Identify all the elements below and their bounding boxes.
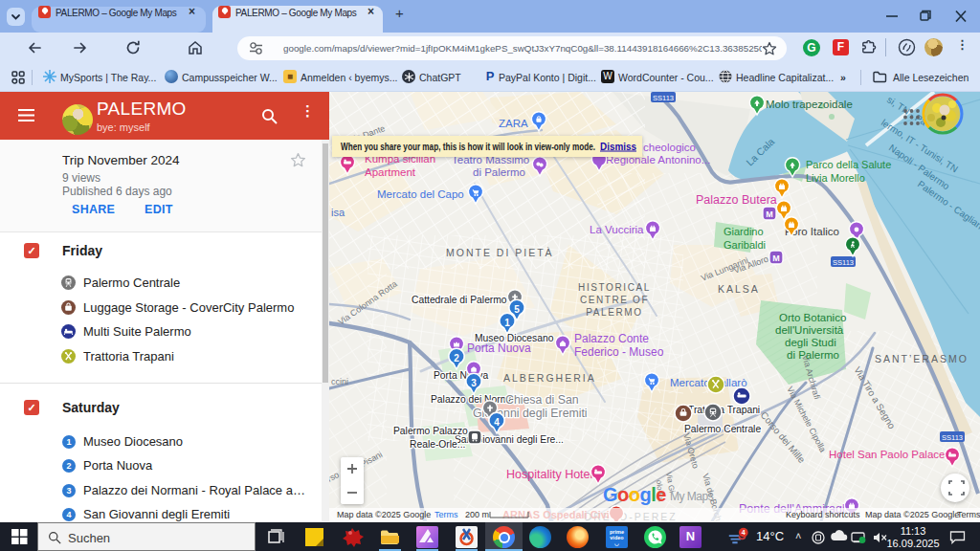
svg-text:PALERMO: PALERMO <box>586 307 642 318</box>
svg-text:3: 3 <box>471 378 477 388</box>
svg-text:Porta Nuova: Porta Nuova <box>467 342 531 355</box>
svg-text:Reale-Orle...: Reale-Orle... <box>410 439 465 450</box>
svg-text:When you share your map, this: When you share your map, this is how it … <box>341 142 595 152</box>
svg-text:Mercato del Capo: Mercato del Capo <box>377 188 464 200</box>
svg-text:Palazzo Butera: Palazzo Butera <box>696 193 777 207</box>
svg-text:Cattedrale di Palermo: Cattedrale di Palermo <box>412 295 507 305</box>
svg-text:di Palermo: di Palermo <box>787 349 839 361</box>
svg-text:isa: isa <box>331 207 345 218</box>
svg-text:Livia Morello: Livia Morello <box>806 172 865 184</box>
svg-text:La Vucciria: La Vucciria <box>590 224 644 235</box>
svg-text:Palermo Centrale: Palermo Centrale <box>684 424 761 434</box>
svg-text:Trattoria Trapani: Trattoria Trapani <box>688 405 760 415</box>
svg-text:dell'Università: dell'Università <box>775 324 844 336</box>
svg-text:Terms: Terms <box>957 510 980 519</box>
svg-text:Giardino: Giardino <box>724 226 764 237</box>
svg-text:Federico - Museo: Federico - Museo <box>574 345 664 359</box>
svg-text:ZARA: ZARA <box>499 118 528 129</box>
svg-text:KALSA: KALSA <box>718 283 760 295</box>
svg-text:CENTRE OF: CENTRE OF <box>580 295 649 305</box>
svg-text:Map data ©2025 Google: Map data ©2025 Google <box>337 510 431 519</box>
svg-text:M: M <box>772 253 780 263</box>
svg-text:SS113: SS113 <box>653 94 674 102</box>
svg-text:di Palermo: di Palermo <box>473 166 525 178</box>
svg-text:MONTE DI PIETÀ: MONTE DI PIETÀ <box>446 247 554 258</box>
svg-text:ccini: ccini <box>331 377 348 386</box>
svg-text:HISTORICAL: HISTORICAL <box>578 282 651 293</box>
svg-text:Museo Diocesano: Museo Diocesano <box>475 333 554 343</box>
svg-text:Garibaldi: Garibaldi <box>724 239 766 251</box>
svg-text:Orto Botanico: Orto Botanico <box>779 312 846 323</box>
svg-text:1: 1 <box>504 318 510 328</box>
svg-text:Terms: Terms <box>434 510 458 519</box>
svg-text:SS113: SS113 <box>833 258 854 267</box>
svg-text:Molo trapezoidale: Molo trapezoidale <box>766 99 853 110</box>
svg-text:Keyboard shortcuts: Keyboard shortcuts <box>786 510 860 519</box>
svg-text:Apartment: Apartment <box>365 166 416 178</box>
svg-text:ALBERGHERIA: ALBERGHERIA <box>503 372 596 384</box>
svg-text:Map data ©2025 Google: Map data ©2025 Google <box>865 510 959 519</box>
svg-text:200 m: 200 m <box>465 510 489 519</box>
svg-text:2: 2 <box>454 353 459 364</box>
svg-text:Chiesa di San: Chiesa di San <box>505 393 579 407</box>
svg-text:cheologico: cheologico <box>643 142 696 153</box>
svg-text:My Maps: My Maps <box>670 490 714 503</box>
svg-text:degli Studi: degli Studi <box>785 337 836 348</box>
svg-text:SS113: SS113 <box>942 433 963 442</box>
svg-text:5: 5 <box>514 304 520 315</box>
svg-text:Parco della Salute: Parco della Salute <box>806 159 891 170</box>
svg-text:SANT’ERASMO: SANT’ERASMO <box>875 353 969 364</box>
svg-text:4: 4 <box>494 417 500 428</box>
svg-text:4: 4 <box>742 529 746 536</box>
svg-text:Hospitality Hotel: Hospitality Hotel <box>506 468 592 481</box>
svg-text:M: M <box>766 209 773 219</box>
svg-text:Dismiss: Dismiss <box>600 142 636 152</box>
svg-text:Palazzo Conte: Palazzo Conte <box>574 332 649 345</box>
svg-text:Palermo Palazzo: Palermo Palazzo <box>393 426 468 436</box>
svg-text:Hotel San Paolo Palace: Hotel San Paolo Palace <box>829 449 945 460</box>
svg-text:Google: Google <box>603 484 666 505</box>
